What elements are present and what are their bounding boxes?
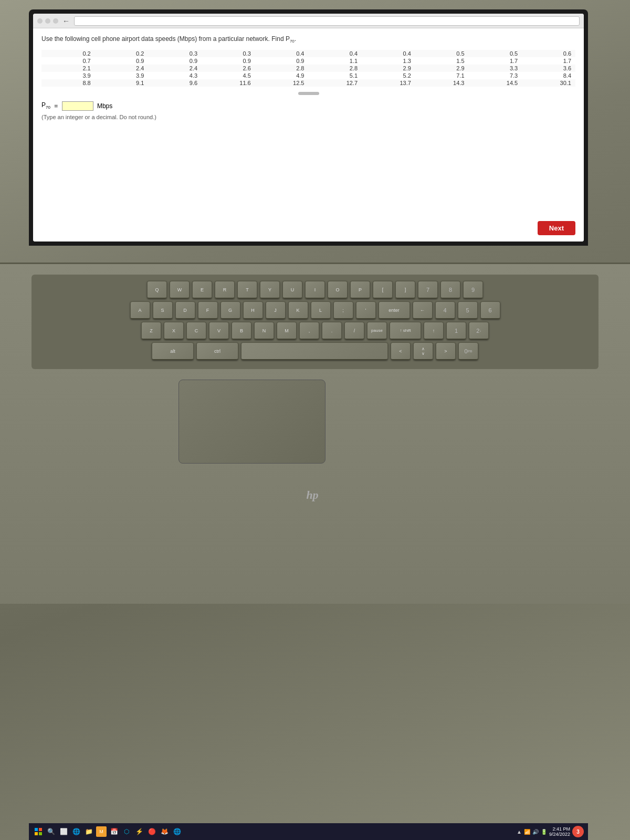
key-v[interactable]: V: [209, 322, 229, 340]
key-n[interactable]: N: [254, 322, 274, 340]
key-f[interactable]: F: [198, 301, 218, 319]
cell: 0.4: [362, 50, 415, 57]
back-arrow[interactable]: ←: [62, 17, 70, 25]
key-slash[interactable]: /: [344, 322, 364, 340]
key-6[interactable]: 6: [480, 301, 500, 319]
key-z[interactable]: Z: [141, 322, 161, 340]
key-r[interactable]: R: [215, 281, 235, 299]
key-t[interactable]: T: [237, 281, 257, 299]
notification-badge[interactable]: 3: [572, 826, 584, 837]
cell: 0.4: [255, 50, 309, 57]
cell: 0.4: [308, 50, 362, 57]
key-up[interactable]: ↑: [424, 322, 444, 340]
touchpad[interactable]: [178, 380, 326, 464]
cell: 2.1: [41, 65, 95, 72]
address-bar[interactable]: [74, 16, 580, 26]
cell: 2.9: [362, 65, 415, 72]
key-backspace-arrow[interactable]: ←: [413, 301, 433, 319]
key-left[interactable]: <: [391, 342, 411, 360]
key-u[interactable]: U: [282, 281, 302, 299]
key-enter[interactable]: enter: [379, 301, 410, 319]
cell: 4.9: [255, 72, 309, 79]
app4-icon[interactable]: 🦊: [159, 826, 170, 837]
key-bracket-r[interactable]: ]: [395, 281, 415, 299]
key-4[interactable]: 4: [435, 301, 455, 319]
key-l[interactable]: L: [311, 301, 331, 319]
cell: 0.2: [95, 50, 149, 57]
cell: 14.5: [469, 79, 522, 87]
key-quote[interactable]: ': [356, 301, 376, 319]
browser-close[interactable]: [37, 18, 43, 24]
key-k[interactable]: K: [288, 301, 308, 319]
svg-rect-1: [39, 828, 42, 831]
scroll-indicator: [298, 92, 319, 95]
cell: 14.3: [415, 79, 469, 87]
edge-icon[interactable]: 🌐: [71, 826, 81, 837]
key-period[interactable]: .: [322, 322, 342, 340]
sound-icon[interactable]: 🔊: [532, 829, 539, 835]
key-2[interactable]: 2↓: [469, 322, 489, 340]
key-semicolon[interactable]: ;: [333, 301, 353, 319]
units-label: Mbps: [96, 102, 113, 110]
key-ctrl[interactable]: ctrl: [196, 342, 238, 360]
wifi-icon[interactable]: 📶: [524, 829, 530, 835]
key-d[interactable]: D: [175, 301, 195, 319]
key-comma[interactable]: ,: [299, 322, 319, 340]
cell: 8.8: [41, 79, 95, 87]
key-right[interactable]: >: [436, 342, 456, 360]
table-row: 3.9 3.9 4.3 4.5 4.9 5.1 5.2 7.1 7.3 8.4: [41, 72, 575, 79]
key-pause[interactable]: pause: [367, 322, 387, 340]
key-row-3: Z X C V B N M , . / pause ↑ shift ↑ 1 2↓: [37, 322, 593, 340]
battery-icon[interactable]: 🔋: [541, 829, 547, 835]
mail-icon[interactable]: M: [96, 826, 107, 837]
cell: 12.5: [255, 79, 309, 87]
answer-input[interactable]: [62, 101, 93, 111]
key-down-up[interactable]: ∧∨: [413, 342, 433, 360]
table-row: 0.2 0.2 0.3 0.3 0.4 0.4 0.4 0.5 0.5 0.6: [41, 50, 575, 57]
key-o[interactable]: O: [328, 281, 348, 299]
cell: 3.9: [41, 72, 95, 79]
browser-minimize[interactable]: [45, 18, 50, 24]
key-j[interactable]: J: [266, 301, 286, 319]
windows-icon[interactable]: [33, 826, 44, 837]
key-c[interactable]: C: [186, 322, 206, 340]
key-x[interactable]: X: [164, 322, 184, 340]
key-0[interactable]: 0ins: [458, 342, 478, 360]
browser-maximize[interactable]: [53, 18, 58, 24]
app2-icon[interactable]: ⚡: [134, 826, 144, 837]
key-p[interactable]: P: [350, 281, 370, 299]
key-s[interactable]: S: [153, 301, 173, 319]
key-y[interactable]: Y: [260, 281, 280, 299]
app3-icon[interactable]: 🔴: [146, 826, 157, 837]
cell: 2.8: [255, 65, 309, 72]
key-shift[interactable]: ↑ shift: [390, 322, 421, 340]
network-icon[interactable]: ▲: [517, 829, 522, 835]
key-i[interactable]: I: [305, 281, 325, 299]
key-a[interactable]: A: [130, 301, 150, 319]
next-button[interactable]: Next: [538, 221, 575, 235]
key-h[interactable]: H: [243, 301, 263, 319]
key-q[interactable]: Q: [147, 281, 167, 299]
key-e[interactable]: E: [192, 281, 212, 299]
key-5[interactable]: 5: [458, 301, 478, 319]
calendar-icon[interactable]: 📅: [109, 826, 119, 837]
chrome-icon[interactable]: 🌐: [172, 826, 182, 837]
taskview-icon[interactable]: ⬜: [58, 826, 69, 837]
svg-rect-0: [35, 828, 38, 831]
key-g[interactable]: G: [220, 301, 240, 319]
key-8[interactable]: 8: [440, 281, 460, 299]
equals-sign: =: [52, 102, 60, 110]
key-1[interactable]: 1: [446, 322, 466, 340]
key-space[interactable]: [241, 342, 388, 360]
search-icon[interactable]: 🔍: [46, 826, 56, 837]
key-b[interactable]: B: [232, 322, 251, 340]
key-9[interactable]: 9: [463, 281, 483, 299]
key-7[interactable]: 7: [418, 281, 438, 299]
key-bracket-l[interactable]: [: [373, 281, 393, 299]
app1-icon[interactable]: ⬡: [121, 826, 132, 837]
key-w[interactable]: W: [170, 281, 190, 299]
cell: 1.7: [522, 57, 575, 65]
folder-icon[interactable]: 📁: [83, 826, 94, 837]
key-alt[interactable]: alt: [152, 342, 194, 360]
key-m[interactable]: M: [277, 322, 297, 340]
